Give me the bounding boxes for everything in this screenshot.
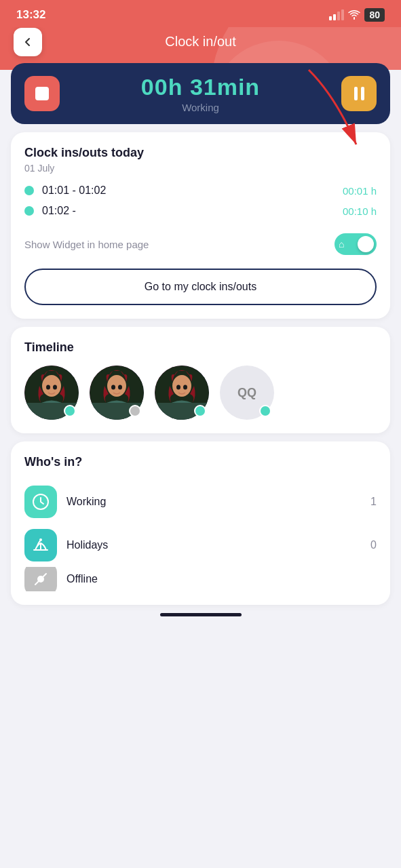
clock-duration-1: 00:01 h — [343, 185, 377, 197]
timeline-title: Timeline — [24, 340, 377, 355]
clock-time-2: 01:02 - — [42, 205, 76, 217]
clock-dot-2 — [24, 206, 34, 216]
offline-icon — [32, 570, 50, 588]
avatar-status-2 — [129, 405, 141, 417]
avatar-status-3 — [194, 405, 206, 417]
svg-rect-3 — [341, 9, 344, 20]
timeline-card: Timeline — [11, 327, 390, 433]
svg-point-13 — [118, 385, 122, 390]
svg-point-7 — [46, 385, 50, 390]
status-holidays-row[interactable]: Holidays 0 — [24, 524, 377, 567]
timer-status-label: Working — [60, 102, 341, 113]
status-working-row[interactable]: Working 1 — [24, 480, 377, 524]
svg-point-11 — [107, 375, 126, 397]
status-icons: 80 — [329, 8, 385, 22]
timer-center: 00h 31min Working — [60, 74, 341, 113]
working-count: 1 — [370, 496, 377, 508]
page-title: Clock in/out — [165, 34, 236, 50]
widget-toggle[interactable]: ⌂ — [335, 233, 377, 255]
pause-button[interactable] — [341, 76, 377, 111]
offline-label: Offline — [66, 573, 377, 585]
avatar-status-4 — [259, 405, 271, 417]
clock-icon — [32, 493, 50, 511]
svg-point-17 — [176, 385, 180, 390]
screen: 13:32 80 — [0, 0, 401, 641]
svg-point-21 — [39, 538, 42, 541]
clock-dot-1 — [24, 186, 34, 195]
svg-point-18 — [183, 385, 187, 390]
timeline-avatars: QQ — [24, 366, 377, 420]
svg-point-12 — [111, 385, 115, 390]
clock-ins-title: Clock ins/outs today — [24, 146, 377, 160]
stop-button[interactable] — [24, 76, 60, 111]
pause-icon — [354, 87, 364, 100]
widget-label: Show Widget in home page — [24, 239, 149, 250]
svg-rect-0 — [329, 16, 332, 20]
svg-point-16 — [172, 375, 191, 397]
back-icon — [22, 36, 34, 48]
clock-entry-1-left: 01:01 - 01:02 — [24, 184, 106, 197]
working-label: Working — [66, 496, 361, 508]
clock-entry-2: 01:02 - 00:10 h — [24, 205, 377, 217]
working-icon-box — [24, 486, 57, 518]
main-content: 00h 31min Working Clock i — [0, 63, 401, 641]
holidays-icon-box — [24, 529, 57, 561]
svg-rect-1 — [333, 14, 336, 20]
timeline-avatar-2[interactable] — [90, 366, 144, 420]
clock-entry-1: 01:01 - 01:02 00:01 h — [24, 184, 377, 197]
clock-ins-outs-card: Clock ins/outs today 01 July 01:01 - 01:… — [11, 132, 390, 319]
svg-rect-2 — [337, 12, 340, 20]
wifi-icon — [348, 10, 360, 20]
clock-entry-2-left: 01:02 - — [24, 205, 76, 217]
status-offline-row[interactable]: Offline — [24, 567, 377, 591]
timeline-avatar-1[interactable] — [24, 366, 79, 420]
toggle-thumb — [358, 236, 374, 252]
clock-duration-2: 00:10 h — [343, 205, 377, 217]
offline-icon-box — [24, 567, 57, 591]
whos-in-card: Who's in? Working 1 — [11, 441, 390, 605]
signal-icon — [329, 9, 344, 20]
avatar-status-1 — [64, 405, 76, 417]
svg-point-8 — [53, 385, 57, 390]
back-button[interactable] — [14, 28, 42, 56]
clock-ins-date: 01 July — [24, 163, 377, 174]
timeline-avatar-4[interactable]: QQ — [220, 366, 274, 420]
stop-icon — [35, 87, 49, 100]
status-time: 13:32 — [16, 8, 45, 22]
timeline-avatar-3[interactable] — [155, 366, 209, 420]
timer-card: 00h 31min Working — [11, 63, 390, 124]
holidays-icon — [32, 536, 50, 554]
status-bar: 13:32 80 — [0, 0, 401, 27]
widget-row: Show Widget in home page ⌂ — [24, 225, 377, 263]
goto-clock-ins-button[interactable]: Go to my clock ins/outs — [24, 269, 377, 305]
svg-point-6 — [42, 375, 61, 397]
holidays-count: 0 — [370, 539, 377, 551]
timer-value: 00h 31min — [60, 74, 341, 100]
battery-text: 80 — [364, 8, 385, 22]
home-icon: ⌂ — [339, 239, 344, 250]
whos-in-title: Who's in? — [24, 455, 377, 469]
clock-time-1: 01:01 - 01:02 — [42, 184, 106, 197]
home-indicator — [160, 613, 242, 616]
holidays-label: Holidays — [66, 539, 361, 551]
